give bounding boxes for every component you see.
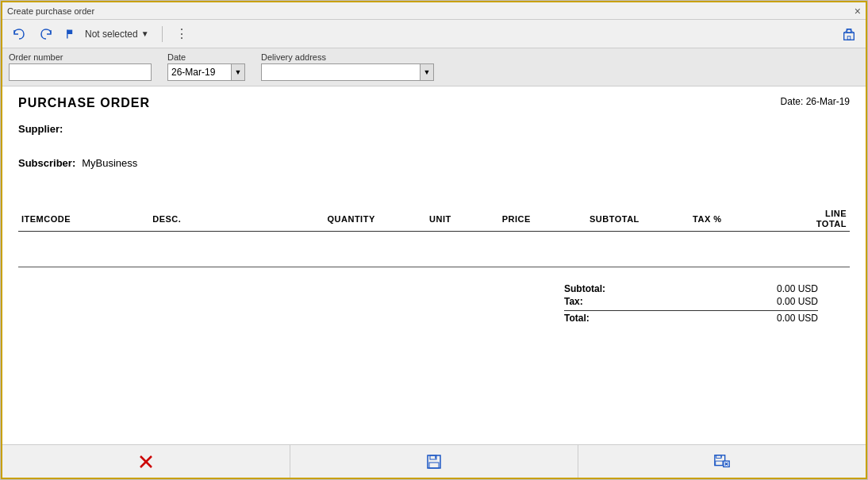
more-options-button[interactable]: ⋮ [172, 25, 193, 43]
save-button[interactable] [290, 445, 578, 478]
svg-rect-15 [716, 461, 723, 466]
col-quantity: QUANTITY [325, 207, 427, 232]
main-window: Create purchase order × Not selected ▼ [1, 1, 867, 479]
document-date: Date: 26-Mar-19 [781, 96, 850, 107]
doc-header: PURCHASE ORDER Date: 26-Mar-19 [18, 96, 850, 110]
order-number-label: Order number [9, 52, 152, 62]
subtotal-label: Subtotal: [564, 283, 605, 294]
save-close-button[interactable] [578, 445, 866, 478]
col-tax: TAX % [689, 207, 762, 232]
line-items-table: ITEMCODE DESC. QUANTITY UNIT PRICE SUBTO… [18, 207, 850, 271]
not-selected-label: Not selected [85, 29, 138, 40]
redo-icon [39, 27, 53, 41]
building-icon [842, 27, 856, 41]
doc-date-label: Date: [781, 96, 804, 107]
subtotal-value: 0.00 USD [777, 283, 818, 294]
tax-label: Tax: [564, 296, 583, 307]
col-unit: UNIT [426, 207, 499, 232]
col-price: PRICE [499, 207, 586, 232]
not-selected-button[interactable]: Not selected ▼ [63, 26, 152, 42]
total-row: Total: 0.00 USD [564, 310, 818, 324]
svg-rect-3 [847, 29, 851, 33]
toolbar-right [839, 25, 859, 43]
close-button[interactable]: × [855, 6, 861, 17]
delivery-address-label: Delivery address [261, 52, 434, 62]
total-label: Total: [564, 313, 590, 324]
supplier-row: Supplier: [18, 123, 850, 135]
tax-row: Tax: 0.00 USD [564, 296, 818, 307]
building-button[interactable] [839, 25, 859, 43]
toolbar-separator [162, 26, 163, 42]
svg-rect-11 [429, 463, 439, 468]
title-bar: Create purchase order × [2, 2, 866, 20]
document-title: PURCHASE ORDER [18, 96, 150, 110]
dropdown-arrow-icon: ▼ [141, 29, 149, 38]
date-dropdown-button[interactable]: ▼ [231, 63, 245, 81]
supplier-spacer [18, 144, 850, 157]
subtotal-row: Subtotal: 0.00 USD [564, 283, 818, 294]
redo-button[interactable] [36, 25, 56, 43]
save-close-icon [713, 453, 731, 470]
table-header-row: ITEMCODE DESC. QUANTITY UNIT PRICE SUBTO… [18, 207, 850, 232]
ellipsis-icon: ⋮ [175, 26, 190, 41]
tax-value: 0.00 USD [777, 296, 818, 307]
subscriber-label: Subscriber: [18, 157, 75, 169]
delivery-dropdown-button[interactable]: ▼ [420, 63, 434, 81]
cancel-button[interactable] [2, 445, 290, 478]
flag-icon [66, 28, 82, 40]
bottom-bar [2, 444, 866, 478]
col-line-total: LINETOTAL [762, 207, 850, 232]
date-group: Date ▼ [167, 52, 245, 81]
table-body [18, 232, 850, 271]
undo-button[interactable] [9, 25, 29, 43]
toolbar: Not selected ▼ ⋮ [2, 20, 866, 48]
document-area: PURCHASE ORDER Date: 26-Mar-19 Supplier:… [2, 86, 866, 444]
supplier-label: Supplier: [18, 123, 63, 135]
save-icon [425, 453, 443, 470]
date-input[interactable] [167, 63, 231, 81]
svg-rect-0 [67, 29, 72, 33]
delivery-address-input[interactable] [261, 63, 420, 81]
date-label: Date [167, 52, 245, 62]
undo-icon [12, 27, 26, 41]
window-title: Create purchase order [7, 6, 94, 16]
summary-section: Subtotal: 0.00 USD Tax: 0.00 USD Total: … [18, 283, 850, 324]
order-number-input[interactable] [9, 63, 152, 81]
subscriber-spacer [18, 188, 850, 207]
total-value: 0.00 USD [777, 313, 818, 324]
form-bar: Order number Date ▼ Delivery address ▼ [2, 48, 866, 86]
col-itemcode: ITEMCODE [18, 207, 149, 232]
delivery-wrapper: ▼ [261, 63, 434, 81]
subscriber-row: Subscriber: MyBusiness [18, 157, 850, 169]
subscriber-value: MyBusiness [82, 157, 137, 169]
table-divider-row [18, 263, 850, 271]
order-number-group: Order number [9, 52, 152, 81]
cancel-icon [137, 453, 155, 470]
col-desc: DESC. [149, 207, 324, 232]
doc-date-value: 26-Mar-19 [806, 96, 850, 107]
delivery-address-group: Delivery address ▼ [261, 52, 434, 81]
empty-row-1 [18, 232, 850, 263]
date-wrapper: ▼ [167, 63, 245, 81]
col-subtotal: SUBTOTAL [586, 207, 689, 232]
